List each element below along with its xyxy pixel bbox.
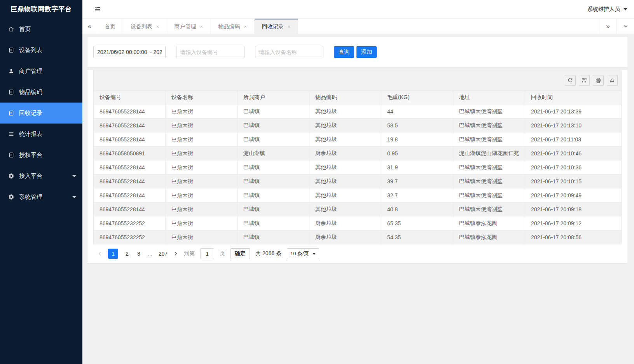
chevron-down-icon bbox=[72, 196, 76, 198]
app-root: 巨鼎物联网数字平台 首页设备列表商户管理物品编码回收记录统计报表授权平台接入平台… bbox=[0, 0, 634, 364]
table-cell: 2021-06-17 20:13:10 bbox=[525, 118, 622, 132]
sidebar-item-device-list[interactable]: 设备列表 bbox=[0, 40, 82, 61]
tabs-scroll-right-button[interactable]: » bbox=[599, 19, 617, 34]
page-number-button[interactable]: 1 bbox=[108, 249, 118, 259]
prev-page-button[interactable] bbox=[97, 251, 103, 256]
table-cell: 巨鼎天衡 bbox=[166, 188, 238, 202]
table-cell: 巨鼎天衡 bbox=[166, 230, 238, 244]
sidebar-item-label: 回收记录 bbox=[19, 110, 42, 117]
device-no-input[interactable] bbox=[176, 46, 245, 58]
page-numbers: 123...207 bbox=[108, 249, 168, 259]
date-range-input[interactable] bbox=[93, 46, 166, 58]
sidebar-item-label: 商户管理 bbox=[19, 68, 42, 75]
page-number-button[interactable]: 3 bbox=[136, 251, 141, 257]
sidebar-item-home[interactable]: 首页 bbox=[0, 19, 82, 40]
table-row: 869476055228144巨鼎天衡巴城镇其他垃圾58.5巴城镇天使湾别墅20… bbox=[94, 118, 622, 132]
sidebar-item-label: 设备列表 bbox=[19, 47, 42, 54]
table-row: 869476055228144巨鼎天衡巴城镇其他垃圾31.9巴城镇天使湾别墅20… bbox=[94, 160, 622, 174]
filter-columns-button[interactable] bbox=[579, 75, 590, 86]
table-cell: 2021-06-17 20:10:46 bbox=[525, 146, 622, 160]
table-cell: 其他垃圾 bbox=[309, 174, 381, 188]
sidebar-item-authorization-platform[interactable]: 授权平台 bbox=[0, 145, 82, 165]
tab-recycle-records[interactable]: 回收记录× bbox=[255, 19, 299, 34]
caret-down-icon bbox=[624, 8, 627, 10]
goto-page-input[interactable] bbox=[200, 248, 214, 259]
device-name-input[interactable] bbox=[255, 46, 323, 58]
columns-icon bbox=[581, 77, 587, 84]
table-cell: 869476055228144 bbox=[94, 104, 166, 118]
sidebar-item-system-management[interactable]: 系统管理 bbox=[0, 186, 82, 207]
page-number-button[interactable]: 207 bbox=[159, 251, 168, 257]
table-cell: 巴城镇泰泓花园 bbox=[453, 216, 525, 230]
table-cell: 厨余垃圾 bbox=[309, 146, 381, 160]
table-cell: 869476058050891 bbox=[94, 146, 166, 160]
page-size-value: 10 条/页 bbox=[290, 250, 309, 257]
table-cell: 869476055228144 bbox=[94, 202, 166, 216]
confirm-page-button[interactable]: 确定 bbox=[231, 248, 250, 259]
gear-icon bbox=[8, 173, 14, 179]
table-row: 869476055228144巨鼎天衡巴城镇其他垃圾32.7巴城镇天使湾别墅20… bbox=[94, 188, 622, 202]
table-row: 869476055228144巨鼎天衡巴城镇其他垃圾19.8巴城镇天使湾别墅20… bbox=[94, 132, 622, 146]
page-size-select[interactable]: 10 条/页 bbox=[287, 248, 319, 259]
content-area: 查询 添加 设备编号设备名称所属商户物品编码毛重(KG)地址回收时间 86947… bbox=[82, 34, 634, 364]
tabs-menu-button[interactable] bbox=[617, 19, 634, 34]
gear-icon bbox=[8, 194, 14, 200]
sidebar-item-access-platform[interactable]: 接入平台 bbox=[0, 165, 82, 186]
tab-label: 物品编码 bbox=[218, 23, 240, 30]
table-cell: 19.8 bbox=[381, 132, 453, 146]
print-button[interactable] bbox=[593, 75, 604, 86]
sidebar-item-recycle-records[interactable]: 回收记录 bbox=[0, 103, 82, 124]
table-cell: 44 bbox=[381, 104, 453, 118]
table-cell: 869476055232252 bbox=[94, 230, 166, 244]
tab-close-icon[interactable]: × bbox=[200, 24, 203, 29]
sidebar-item-label: 统计报表 bbox=[19, 131, 42, 138]
tabs: 首页设备列表×商户管理×物品编码×回收记录× bbox=[97, 19, 599, 34]
table-row: 869476058050891巨鼎天衡淀山湖镇厨余垃圾0.95淀山湖镇淀山湖花园… bbox=[94, 146, 622, 160]
table-row: 869476055228144巨鼎天衡巴城镇其他垃圾40.8巴城镇天使湾别墅20… bbox=[94, 202, 622, 216]
sidebar-item-statistics-report[interactable]: 统计报表 bbox=[0, 124, 82, 145]
table-row: 869476055232252巨鼎天衡巴城镇厨余垃圾65.35巴城镇泰泓花园20… bbox=[94, 216, 622, 230]
table-cell: 869476055228144 bbox=[94, 118, 166, 132]
main-area: 系统维护人员 « 首页设备列表×商户管理×物品编码×回收记录× » 查询 添加 bbox=[82, 0, 634, 364]
refresh-button[interactable] bbox=[565, 75, 576, 86]
next-page-button[interactable] bbox=[173, 251, 178, 256]
table-cell: 巴城镇 bbox=[238, 160, 309, 174]
tab-label: 商户管理 bbox=[175, 23, 196, 30]
table-cell: 2021-06-17 20:13:39 bbox=[525, 104, 622, 118]
tab-item-code[interactable]: 物品编码× bbox=[211, 19, 255, 34]
sidebar-item-item-code[interactable]: 物品编码 bbox=[0, 82, 82, 103]
page-number-button[interactable]: 2 bbox=[124, 251, 130, 257]
table-cell: 869476055228144 bbox=[94, 188, 166, 202]
records-table: 设备编号设备名称所属商户物品编码毛重(KG)地址回收时间 86947605522… bbox=[93, 90, 622, 244]
tab-label: 回收记录 bbox=[262, 23, 284, 30]
user-name: 系统维护人员 bbox=[587, 6, 620, 13]
tab-close-icon[interactable]: × bbox=[244, 24, 247, 29]
tab-close-icon[interactable]: × bbox=[156, 24, 159, 29]
export-button[interactable] bbox=[607, 75, 618, 86]
tab-merchant-management[interactable]: 商户管理× bbox=[167, 19, 211, 34]
merchant-user-icon bbox=[8, 68, 14, 74]
authorization-doc-icon bbox=[8, 152, 14, 158]
table-cell: 巴城镇 bbox=[238, 188, 309, 202]
collapse-sidebar-icon bbox=[94, 6, 101, 13]
tab-close-icon[interactable]: × bbox=[288, 24, 291, 29]
table-cell: 65.35 bbox=[381, 216, 453, 230]
user-menu[interactable]: 系统维护人员 bbox=[587, 6, 629, 13]
column-header: 毛重(KG) bbox=[381, 91, 453, 104]
column-header: 设备名称 bbox=[166, 91, 238, 104]
table-cell: 巴城镇 bbox=[238, 216, 309, 230]
add-button[interactable]: 添加 bbox=[356, 46, 377, 58]
column-header: 设备编号 bbox=[94, 91, 166, 104]
refresh-icon bbox=[567, 77, 573, 84]
tab-home[interactable]: 首页 bbox=[97, 19, 123, 34]
column-header: 所属商户 bbox=[238, 91, 309, 104]
table-cell: 40.8 bbox=[381, 202, 453, 216]
device-list-icon bbox=[8, 47, 14, 53]
print-icon bbox=[595, 77, 601, 84]
collapse-sidebar-button[interactable] bbox=[93, 5, 102, 14]
sidebar-item-merchant-management[interactable]: 商户管理 bbox=[0, 61, 82, 82]
search-button[interactable]: 查询 bbox=[334, 46, 354, 58]
tabs-scroll-left-button[interactable]: « bbox=[82, 19, 97, 34]
table-cell: 巴城镇 bbox=[238, 132, 309, 146]
tab-device-list[interactable]: 设备列表× bbox=[123, 19, 167, 34]
